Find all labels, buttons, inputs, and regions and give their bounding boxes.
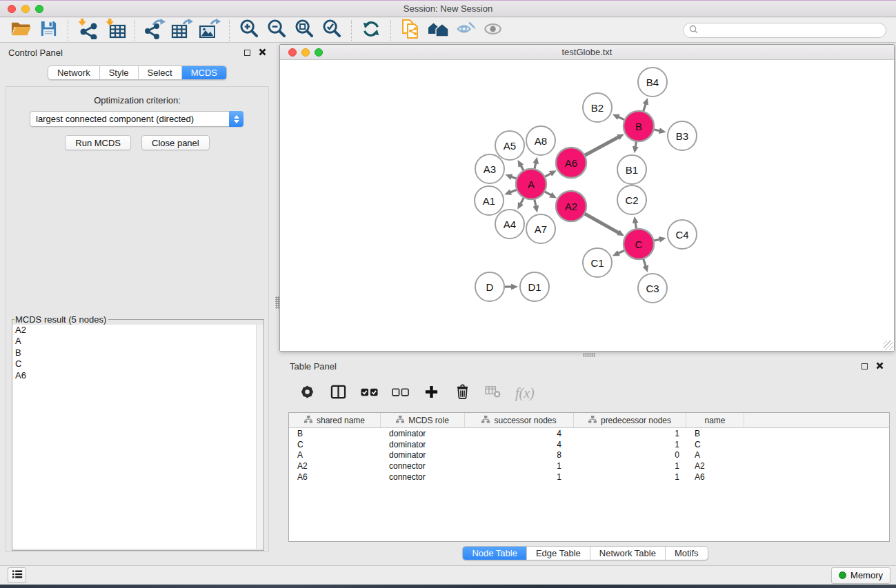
graph-node-A6[interactable]: A6 (556, 148, 586, 178)
main-toolbar (0, 18, 896, 43)
export-table-button[interactable] (168, 19, 196, 41)
tab-edge-table[interactable]: Edge Table (526, 547, 590, 560)
table-row[interactable]: Cdominator41C (289, 439, 889, 450)
graph-node-A2[interactable]: A2 (556, 191, 586, 221)
graph-node-C2[interactable]: C2 (617, 185, 646, 214)
float-panel-button[interactable] (241, 47, 252, 58)
svg-text:A: A (528, 179, 535, 190)
table-cell: 0 (574, 450, 686, 460)
graph-node-C[interactable]: C (624, 229, 654, 259)
table-close-button[interactable] (874, 361, 885, 372)
tab-mcds[interactable]: MCDS (181, 66, 226, 79)
graph-node-B4[interactable]: B4 (638, 68, 667, 97)
float-icon (862, 363, 868, 369)
hide-details-button[interactable] (452, 19, 479, 41)
column-header-shared-name[interactable]: shared name (289, 413, 381, 427)
deselect-all-rows-button[interactable] (391, 384, 409, 402)
list-icon (12, 569, 23, 582)
zoom-in-button[interactable] (235, 19, 263, 41)
run-mcds-button[interactable]: Run MCDS (65, 135, 131, 150)
zoom-out-button[interactable] (263, 19, 290, 41)
graph-node-A3[interactable]: A3 (475, 154, 504, 183)
graph-node-A[interactable]: A (516, 169, 546, 199)
tab-network-table[interactable]: Network Table (590, 547, 665, 560)
tab-style[interactable]: Style (99, 66, 138, 79)
task-history-button[interactable] (8, 567, 26, 583)
import-network-button[interactable] (74, 19, 101, 41)
svg-text:B4: B4 (646, 77, 659, 88)
tab-network[interactable]: Network (48, 66, 99, 79)
table-float-button[interactable] (859, 361, 870, 372)
mcds-list-scrollbar[interactable] (256, 325, 263, 549)
table-options-button[interactable] (298, 384, 316, 402)
close-panel-button-mcds[interactable]: Close panel (141, 135, 210, 150)
graph-node-A1[interactable]: A1 (475, 186, 504, 215)
column-header-successor-nodes[interactable]: successor nodes (465, 413, 574, 427)
svg-text:A2: A2 (565, 201, 577, 212)
column-header-predecessor-nodes[interactable]: predecessor nodes (574, 413, 686, 427)
delete-column-button[interactable] (453, 384, 471, 402)
table-cell: A6 (686, 472, 744, 482)
graph-node-B1[interactable]: B1 (617, 155, 646, 184)
graph-node-A7[interactable]: A7 (526, 214, 555, 243)
add-column-button[interactable] (422, 384, 440, 402)
control-panel-header: Control Panel (0, 43, 275, 62)
window-resize-grip[interactable] (884, 341, 893, 350)
table-row[interactable]: Adominator80A (289, 449, 889, 460)
column-header-name[interactable]: name (686, 413, 744, 427)
tab-select[interactable]: Select (138, 66, 181, 79)
table-cell: 8 (465, 450, 574, 460)
memory-button[interactable]: Memory (831, 567, 890, 584)
network-canvas[interactable]: B4B2BB3A8A5A6B1A3AC2A1A2A4A7C4CC1DD1C3 (280, 60, 894, 351)
zoom-selected-button[interactable] (318, 19, 346, 41)
tab-motifs[interactable]: Motifs (665, 547, 708, 560)
graph-node-A5[interactable]: A5 (495, 131, 524, 160)
delete-table-button[interactable] (484, 384, 502, 402)
graph-node-C3[interactable]: C3 (638, 274, 667, 303)
graph-node-C4[interactable]: C4 (668, 220, 697, 249)
tab-node-table[interactable]: Node Table (463, 547, 526, 560)
table-row[interactable]: A6connector11A6 (289, 472, 889, 483)
export-image-button[interactable] (196, 19, 223, 41)
zoom-fit-button[interactable] (290, 19, 318, 41)
table-cell: 1 (574, 429, 686, 438)
mcds-result-item[interactable]: A (12, 336, 263, 347)
svg-text:A6: A6 (565, 157, 577, 169)
optimization-criterion-dropdown[interactable]: largest connected component (directed) (30, 111, 243, 127)
save-session-button[interactable] (34, 19, 62, 41)
graph-node-B3[interactable]: B3 (668, 121, 697, 150)
graph-node-D[interactable]: D (475, 272, 504, 301)
search-field[interactable] (683, 23, 886, 38)
refresh-layout-button[interactable] (357, 19, 385, 41)
table-row[interactable]: A2connector11A2 (289, 460, 889, 472)
column-header-mcds-role[interactable]: MCDS role (381, 413, 465, 427)
show-details-button[interactable] (479, 19, 507, 41)
home-button[interactable] (424, 19, 452, 41)
close-panel-button[interactable] (257, 47, 268, 58)
export-network-button[interactable] (141, 19, 168, 41)
graph-node-B2[interactable]: B2 (583, 93, 612, 122)
zoom-selected-icon (321, 19, 343, 41)
show-column-panel-button[interactable] (329, 384, 347, 402)
table-row[interactable]: Bdominator41B (289, 428, 889, 439)
graph-node-C1[interactable]: C1 (583, 248, 612, 277)
select-all-rows-button[interactable] (360, 384, 378, 402)
mcds-result-item[interactable]: A2 (12, 325, 263, 336)
column-type-icon (588, 416, 597, 425)
window-title: Session: New Session (0, 3, 896, 14)
mcds-result-item[interactable]: C (12, 358, 263, 369)
svg-text:D1: D1 (528, 281, 541, 293)
mcds-result-item[interactable]: B (12, 347, 263, 358)
graph-node-B[interactable]: B (624, 111, 654, 141)
graph-node-A4[interactable]: A4 (495, 210, 524, 239)
svg-text:C3: C3 (646, 283, 659, 294)
import-table-button[interactable] (101, 19, 129, 41)
memory-label: Memory (850, 570, 883, 580)
network-files-button[interactable] (397, 19, 424, 41)
search-input[interactable] (701, 26, 880, 35)
mcds-result-item[interactable]: A6 (12, 370, 263, 381)
graph-node-D1[interactable]: D1 (520, 272, 549, 301)
graph-node-A8[interactable]: A8 (526, 126, 555, 155)
open-session-button[interactable] (7, 19, 34, 41)
function-builder-button[interactable]: f(x) (515, 384, 535, 402)
